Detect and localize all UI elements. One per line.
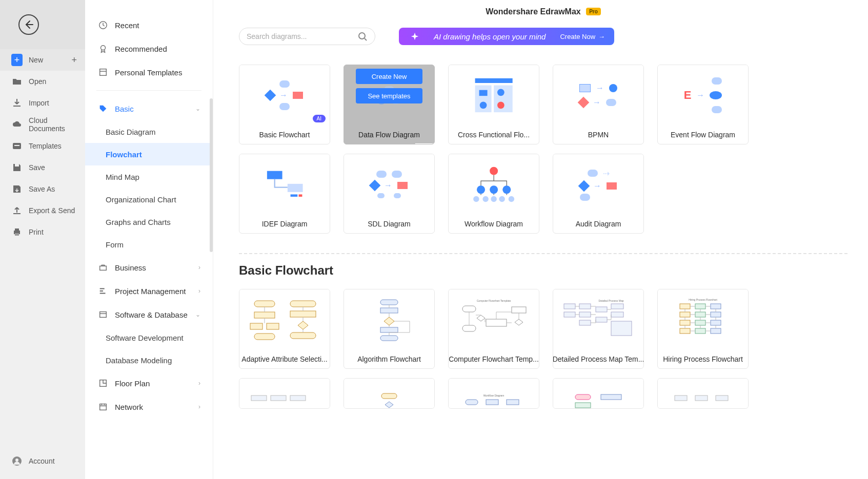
svg-rect-41 xyxy=(290,301,316,307)
calendar-icon xyxy=(97,402,109,411)
svg-rect-19 xyxy=(479,90,487,96)
nav-templates[interactable]: Templates xyxy=(0,135,85,157)
tpl-thumb xyxy=(658,379,748,409)
category-sidebar: Recent Recommended Personal Templates Ba… xyxy=(85,0,213,479)
see-templates-button[interactable]: See templates xyxy=(356,88,422,103)
cat-basic[interactable]: Basic ⌄ xyxy=(94,97,204,120)
card-thumb: → → xyxy=(553,65,643,126)
create-new-button[interactable]: Create New xyxy=(356,69,422,84)
nav-new[interactable]: + New + xyxy=(0,49,85,71)
sub-db[interactable]: Database Modeling xyxy=(85,349,213,371)
svg-rect-79 xyxy=(290,395,306,401)
app-title: Wondershare EdrawMax Pro xyxy=(239,7,847,16)
tpl-partial-5[interactable] xyxy=(657,378,749,409)
back-button[interactable] xyxy=(18,14,39,35)
tag-icon xyxy=(97,104,109,113)
sub-orgchart[interactable]: Organizational Chart xyxy=(85,188,213,211)
svg-rect-36 xyxy=(254,301,275,307)
svg-point-21 xyxy=(480,102,487,109)
tpl-partial-2[interactable] xyxy=(344,378,435,409)
basic-sublist: Basic Diagram Flowchart Mind Map Organiz… xyxy=(85,120,213,256)
svg-rect-39 xyxy=(267,323,279,329)
cat-personal[interactable]: Personal Templates xyxy=(94,60,204,84)
svg-rect-1 xyxy=(14,145,19,146)
search-icon[interactable] xyxy=(357,31,368,41)
card-basic-flowchart[interactable]: → AI Basic Flowchart xyxy=(239,65,330,144)
svg-point-29 xyxy=(490,185,498,194)
svg-rect-67 xyxy=(680,320,690,325)
scrollbar-thumb[interactable] xyxy=(210,98,213,252)
tpl-hiring[interactable]: Hiring Process Flowchart Hiring Process … xyxy=(657,289,749,369)
svg-rect-80 xyxy=(381,393,397,399)
nav-import[interactable]: Import xyxy=(0,92,85,114)
card-caption: Data Flow Diagram xyxy=(344,126,434,144)
sub-graphs[interactable]: Graphs and Charts xyxy=(85,211,213,233)
sub-basic-diagram[interactable]: Basic Diagram xyxy=(85,120,213,143)
cat-floorplan[interactable]: Floor Plan › xyxy=(94,371,204,395)
card-bpmn[interactable]: → → BPMN xyxy=(553,65,644,144)
tpl-partial-4[interactable] xyxy=(553,378,644,409)
cat-basic-label: Basic xyxy=(115,105,195,113)
svg-rect-45 xyxy=(380,308,398,313)
svg-rect-16 xyxy=(475,78,512,83)
svg-rect-88 xyxy=(675,395,687,401)
card-audit[interactable]: ⇢ → Audit Diagram xyxy=(553,154,644,234)
sub-form[interactable]: Form xyxy=(85,233,213,256)
nav-saveas[interactable]: Save As xyxy=(0,178,85,200)
ai-create-now[interactable]: Create Now → xyxy=(560,33,605,40)
card-idef[interactable]: IDEF Diagram xyxy=(239,154,330,234)
nav-print[interactable]: Print xyxy=(0,221,85,243)
tpl-algorithm[interactable]: Algorithm Flowchart xyxy=(344,289,435,369)
sub-dev[interactable]: Software Development xyxy=(85,326,213,349)
template-grid: Adaptive Attribute Selecti... Algorithm … xyxy=(239,289,847,409)
search-box[interactable] xyxy=(239,28,375,45)
card-sdl[interactable]: → SDL Diagram xyxy=(344,154,435,234)
cat-project-label: Project Management xyxy=(115,287,198,296)
card-caption: IDEF Diagram xyxy=(239,215,330,233)
svg-rect-69 xyxy=(695,304,705,309)
cat-business[interactable]: Business › xyxy=(94,256,204,279)
cat-software-label: Software & Database xyxy=(115,310,195,319)
tpl-adaptive[interactable]: Adaptive Attribute Selecti... xyxy=(239,289,330,369)
svg-rect-52 xyxy=(512,307,526,313)
plus-icon[interactable]: + xyxy=(71,55,77,66)
svg-rect-61 xyxy=(611,304,623,309)
card-cross-functional[interactable]: Cross Functional Flo... xyxy=(448,65,539,144)
card-data-flow-diagram[interactable]: Create New See templates Data Flow Diagr… xyxy=(344,65,435,144)
nav-account[interactable]: Account xyxy=(0,450,85,472)
nav-export-label: Export & Send xyxy=(29,206,85,215)
print-icon xyxy=(11,226,23,238)
save-icon xyxy=(11,162,23,173)
card-event-flow[interactable]: E→ Event Flow Diagram xyxy=(657,65,749,144)
tpl-partial-3[interactable]: Workflow Diagram xyxy=(448,378,539,409)
nav-cloud[interactable]: Cloud Documents xyxy=(0,114,85,135)
tpl-thumb xyxy=(239,379,330,409)
card-thumb: Create New See templates xyxy=(344,65,434,126)
cat-recent[interactable]: Recent xyxy=(94,13,204,37)
cat-software[interactable]: Software & Database ⌄ xyxy=(94,303,204,326)
chevron-right-icon: › xyxy=(198,403,200,410)
svg-point-28 xyxy=(477,185,485,194)
sub-mindmap[interactable]: Mind Map xyxy=(85,165,213,188)
ai-banner[interactable]: AI drawing helps open your mind Create N… xyxy=(399,28,614,45)
pro-badge: Pro xyxy=(586,8,601,15)
nav-export[interactable]: Export & Send xyxy=(0,200,85,221)
nav-save[interactable]: Save xyxy=(0,157,85,178)
nav-open[interactable]: Open xyxy=(0,71,85,92)
svg-rect-59 xyxy=(596,307,607,312)
card-workflow[interactable]: Workflow Diagram xyxy=(448,154,539,234)
svg-rect-75 xyxy=(711,320,721,325)
tpl-thumb: Detailed Process Map xyxy=(553,289,643,350)
cat-network[interactable]: Network › xyxy=(94,395,204,419)
tpl-computer[interactable]: Computer Flowchart Template Computer Flo… xyxy=(448,289,539,369)
section-heading: Basic Flowchart xyxy=(239,263,847,278)
nav-import-label: Import xyxy=(29,99,85,107)
search-input[interactable] xyxy=(247,32,357,40)
cat-floorplan-label: Floor Plan xyxy=(115,379,198,388)
tpl-detailed[interactable]: Detailed Process Map Detailed Process Ma… xyxy=(553,289,644,369)
svg-point-33 xyxy=(491,196,496,202)
cat-project[interactable]: Project Management › xyxy=(94,279,204,303)
tpl-partial-1[interactable] xyxy=(239,378,330,409)
cat-recommended[interactable]: Recommended xyxy=(94,37,204,60)
sub-flowchart[interactable]: Flowchart xyxy=(85,143,213,165)
